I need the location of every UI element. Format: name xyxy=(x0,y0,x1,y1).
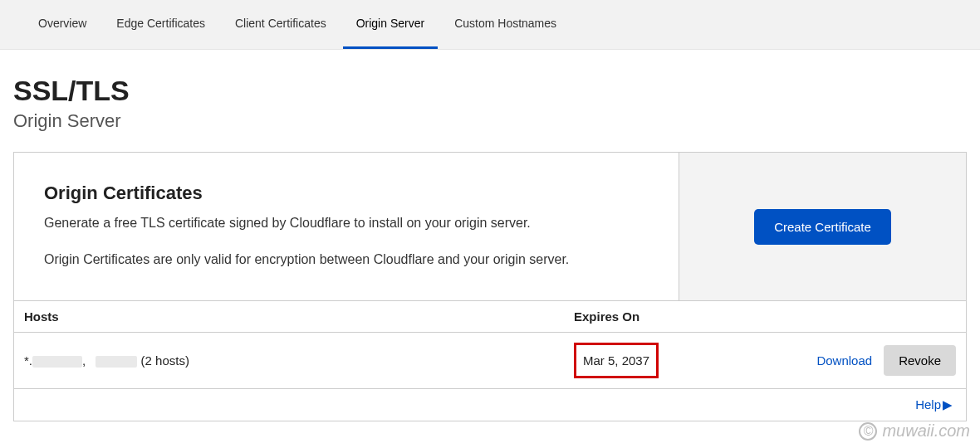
revoke-button[interactable]: Revoke xyxy=(884,345,956,376)
card-footer: Help▶ xyxy=(14,388,966,421)
tab-origin-server[interactable]: Origin Server xyxy=(343,0,438,49)
card-desc-2: Origin Certificates are only valid for e… xyxy=(44,252,649,267)
help-link[interactable]: Help▶ xyxy=(915,397,953,411)
create-certificate-button[interactable]: Create Certificate xyxy=(754,209,891,245)
card-title: Origin Certificates xyxy=(44,183,649,204)
help-label: Help xyxy=(915,397,941,411)
chevron-right-icon: ▶ xyxy=(943,397,953,411)
watermark-text: muwaii.com xyxy=(882,421,970,435)
card-desc-1: Generate a free TLS certificate signed b… xyxy=(44,216,649,231)
tab-client-certificates[interactable]: Client Certificates xyxy=(222,0,340,49)
expires-value: Mar 5, 2037 xyxy=(574,343,659,378)
page-title: SSL/TLS xyxy=(13,75,967,107)
table-header: Hosts Expires On xyxy=(14,300,966,332)
copyright-icon: © xyxy=(859,422,877,436)
column-header-hosts: Hosts xyxy=(24,309,574,324)
column-header-expires: Expires On xyxy=(574,309,740,324)
cell-actions: Download Revoke xyxy=(740,345,956,376)
cell-hosts: *., (2 hosts) xyxy=(24,353,574,368)
host-comma: , xyxy=(82,353,86,368)
redacted-host xyxy=(96,356,137,368)
watermark: © muwaii.com xyxy=(859,421,970,435)
page-header: SSL/TLS Origin Server xyxy=(0,50,980,152)
download-link[interactable]: Download xyxy=(816,353,872,368)
host-prefix: *. xyxy=(24,353,32,368)
tab-overview[interactable]: Overview xyxy=(25,0,100,49)
card-info: Origin Certificates Generate a free TLS … xyxy=(14,153,679,300)
tabs-nav: Overview Edge Certificates Client Certif… xyxy=(0,0,980,50)
origin-certificates-card: Origin Certificates Generate a free TLS … xyxy=(13,152,967,421)
redacted-host xyxy=(32,356,82,368)
cell-expires: Mar 5, 2037 xyxy=(574,343,740,378)
table-row: *., (2 hosts) Mar 5, 2037 Download Revok… xyxy=(14,332,966,388)
hosts-count: (2 hosts) xyxy=(141,353,189,368)
tab-edge-certificates[interactable]: Edge Certificates xyxy=(103,0,218,49)
page-subtitle: Origin Server xyxy=(13,110,967,132)
card-action-panel: Create Certificate xyxy=(679,153,966,300)
tab-custom-hostnames[interactable]: Custom Hostnames xyxy=(441,0,570,49)
